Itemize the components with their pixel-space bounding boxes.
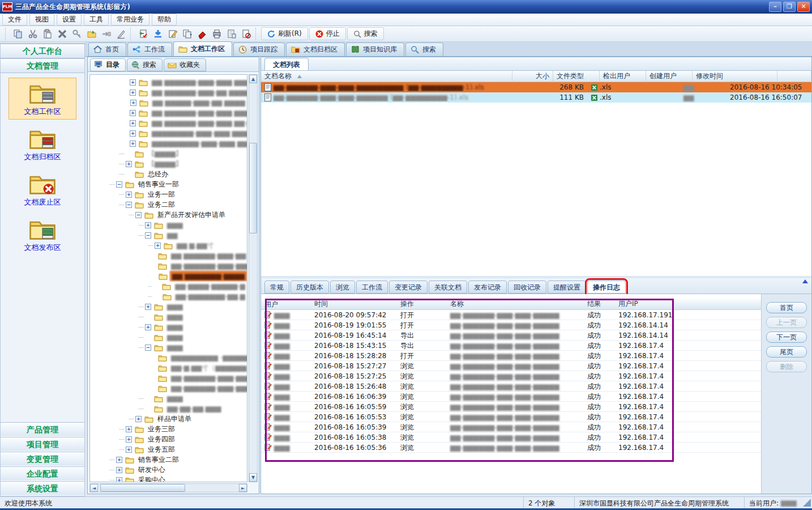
tree-expander-plus[interactable]: + xyxy=(130,100,136,106)
sidebar-section-personal-workbench[interactable]: 个人工作台 xyxy=(1,44,84,58)
toolbar-paste-button[interactable] xyxy=(40,27,55,41)
tree-expander-plus[interactable]: + xyxy=(130,110,136,116)
tree-expander-plus[interactable]: + xyxy=(126,436,132,443)
toolbar-print-button[interactable] xyxy=(210,27,224,41)
tree-node[interactable]: ▆▆▆ xyxy=(90,393,247,403)
tree-node[interactable]: −新产品开发评估申请单 xyxy=(90,210,247,220)
tree-node[interactable]: +▆▆▆▆▆▆▆▆-▆▆▆-▆▆▆ ▆▆▆▆ xyxy=(90,128,247,138)
tree-node[interactable]: ▆▆-▆▆▆▆▆▆-▆▆▆-▆▆▆ xyxy=(90,261,247,271)
tree-node[interactable]: −▆▆ xyxy=(90,230,247,240)
detail-tab-提醒设置[interactable]: 提醒设置 xyxy=(548,280,586,294)
sidebar-button-企业配置[interactable]: 企业配置 xyxy=(1,466,84,481)
tree-expander-minus[interactable]: − xyxy=(145,345,151,351)
log-row[interactable]: ▆▆▆2016-08-16 16:05:36浏览▆▆-▆▆▆▆▆▆-▆▆▆-▆▆… xyxy=(261,443,761,453)
paging-button-下一页[interactable]: 下一页 xyxy=(766,332,807,343)
toolbar-delete-button[interactable] xyxy=(55,27,70,41)
doc-column-header-修改时间[interactable]: 修改时间 xyxy=(693,71,777,82)
menu-item-视图[interactable]: 视图 xyxy=(29,14,54,26)
tree-node[interactable]: ▆▆▆ xyxy=(90,332,247,342)
tree-node[interactable]: −销售事业一部 xyxy=(90,179,247,189)
tree-horizontal-scrollbar[interactable]: ◄ ► xyxy=(89,483,247,492)
tree-tab-目录[interactable]: 目录 xyxy=(90,58,126,71)
sidebar-item-文档归档区[interactable]: 文档归档区 xyxy=(8,123,76,165)
detail-tab-浏览[interactable]: 浏览 xyxy=(330,280,355,294)
toolbar-edit-doc-button[interactable] xyxy=(165,27,180,41)
tree-node[interactable]: −业务二部 xyxy=(90,199,247,210)
tree-node[interactable]: ▆▆-▆▆▆▆▆▆-▆▆▆-▆▆▆ xyxy=(90,383,247,393)
tree-node[interactable]: ▆▆ ▆▆▆▆▆▆▆-▆▆▆▆ xyxy=(90,271,247,281)
search-button[interactable]: 搜索 xyxy=(347,27,384,40)
detail-tab-关联文档[interactable]: 关联文档 xyxy=(429,280,467,294)
tree-node[interactable]: −▆▆▆ xyxy=(90,342,247,352)
tab-项目跟踪[interactable]: 项目跟踪 xyxy=(233,42,285,56)
tree-node[interactable]: 总经办 xyxy=(90,169,247,179)
tree-node[interactable]: ▆▆-▆▆▆▆▆▆-▆▆▆-▆▆▆ xyxy=(90,373,247,383)
tree-expander-plus[interactable]: + xyxy=(126,192,132,198)
detail-tab-操作日志[interactable]: 操作日志 xyxy=(587,280,626,294)
toolbar-doc-note-button[interactable] xyxy=(224,27,239,41)
tree-expander-plus[interactable]: + xyxy=(135,416,142,422)
log-column-header-名称[interactable]: 名称 xyxy=(447,299,584,309)
sidebar-button-项目管理[interactable]: 项目管理 xyxy=(1,437,84,452)
tree-node[interactable]: +业务四部 xyxy=(90,434,247,444)
sidebar-button-产品管理[interactable]: 产品管理 xyxy=(1,422,84,437)
tree-node[interactable]: +样品申请单 xyxy=(90,414,247,424)
tree-expander-plus[interactable]: + xyxy=(116,457,122,463)
tree-node[interactable]: +采购中心 xyxy=(90,475,247,482)
log-column-header-用户[interactable]: 用户 xyxy=(261,299,311,309)
scroll-up-arrow[interactable]: ▲ xyxy=(249,75,257,83)
detail-tab-发布记录[interactable]: 发布记录 xyxy=(468,280,507,294)
scroll-left-arrow[interactable]: ◄ xyxy=(90,484,98,492)
tree-node[interactable]: +▆▆▆ xyxy=(90,322,247,332)
doc-column-header-大小[interactable]: 大小 xyxy=(512,71,553,82)
tree-node[interactable]: +销售事业二部 xyxy=(90,454,247,465)
scroll-down-arrow[interactable]: ▼ xyxy=(249,473,257,482)
log-row[interactable]: ▆▆▆2016-08-18 15:27:27浏览▆▆-▆▆▆▆▆▆-▆▆▆-▆▆… xyxy=(261,361,761,371)
toolbar-checkin-doc-button[interactable] xyxy=(136,27,151,41)
tab-文档工作区[interactable]: 文档工作区 xyxy=(173,41,232,56)
detail-tab-工作流[interactable]: 工作流 xyxy=(356,280,388,294)
sidebar-item-文档工作区[interactable]: 文档工作区 xyxy=(8,78,76,120)
log-row[interactable]: ▆▆▆2016-08-19 16:45:14导出▆▆-▆▆▆▆▆▆-▆▆▆-▆▆… xyxy=(261,330,761,341)
scroll-thumb[interactable] xyxy=(100,484,185,492)
toolbar-key-button[interactable] xyxy=(70,27,84,41)
sidebar-button-变更管理[interactable]: 变更管理 xyxy=(1,452,84,466)
tab-首页[interactable]: 首页 xyxy=(88,42,126,56)
tree-node[interactable]: ▆▆-▆▆-▆▆.▆▆▆ xyxy=(90,403,247,414)
toolbar-checkout-folder-button[interactable] xyxy=(84,27,99,41)
menu-item-设置[interactable]: 设置 xyxy=(57,14,82,26)
paging-button-尾页[interactable]: 尾页 xyxy=(766,346,807,358)
log-row[interactable]: ▆▆▆2016-08-16 16:05:59浏览▆▆-▆▆▆▆▆▆-▆▆▆-▆▆… xyxy=(261,402,761,412)
log-row[interactable]: ▆▆▆2016-08-18 15:28:28打开▆▆-▆▆▆▆▆▆-▆▆▆-▆▆… xyxy=(261,351,761,361)
minimize-button[interactable]: – xyxy=(769,2,781,12)
log-row[interactable]: ▆▆▆2016-08-16 16:05:39浏览▆▆-▆▆▆▆▆▆-▆▆▆-▆▆… xyxy=(261,422,761,432)
tree-expander-plus[interactable]: + xyxy=(130,79,136,86)
tree-node[interactable]: +▆▆ ▆▆▆▆▆▆-▆▆▆-▆▆▆ ▆▆▆ xyxy=(90,77,247,87)
log-row[interactable]: ▆▆▆2016-08-18 15:26:48浏览▆▆-▆▆▆▆▆▆-▆▆▆-▆▆… xyxy=(261,381,761,392)
log-row[interactable]: ▆▆▆2016-08-20 09:57:42打开▆▆-▆▆▆▆▆▆-▆▆▆-▆▆… xyxy=(261,310,761,320)
tree-expander-minus[interactable]: − xyxy=(135,212,142,218)
tree-expander-plus[interactable]: + xyxy=(116,477,122,483)
tab-文档归档区[interactable]: 文档归档区 xyxy=(286,42,345,56)
menu-item-帮助[interactable]: 帮助 xyxy=(152,14,177,26)
detail-tab-历史版本[interactable]: 历史版本 xyxy=(290,280,329,294)
tree-node[interactable]: ▆▆-▆▆▆▆-▆▆▆▆▆-▆ xyxy=(90,281,247,291)
log-column-header-用户IP[interactable]: 用户IP xyxy=(615,299,761,309)
scroll-thumb[interactable] xyxy=(249,143,257,233)
toolbar-doc-block-button[interactable] xyxy=(239,27,254,41)
tree-node[interactable]: +▆▆ ▆▆▆▆▆▆-▆▆▆-▆▆▆ ▆▆▆▆ xyxy=(90,108,247,118)
close-button[interactable]: ✕ xyxy=(797,2,810,12)
tree-node[interactable]: +业务五部 xyxy=(90,444,247,454)
tree-expander-minus[interactable]: − xyxy=(126,202,132,208)
tree-expander-plus[interactable]: + xyxy=(130,130,136,137)
tree-tab-收藏夹[interactable]: 收藏夹 xyxy=(164,58,206,71)
tab-搜索[interactable]: 搜索 xyxy=(405,42,443,56)
sidebar-section-document-management[interactable]: 文档管理 xyxy=(1,58,84,73)
tree-expander-minus[interactable]: − xyxy=(116,181,122,188)
tree-node[interactable]: ▆▆▆ xyxy=(90,312,247,322)
doc-column-header-创建用户[interactable]: 创建用户 xyxy=(646,71,693,82)
log-column-header-时间[interactable]: 时间 xyxy=(311,299,397,309)
tree-expander-plus[interactable]: + xyxy=(126,447,132,453)
tree-expander-plus[interactable]: + xyxy=(145,324,151,330)
tree-node[interactable]: +▆▆▆ xyxy=(90,301,247,312)
